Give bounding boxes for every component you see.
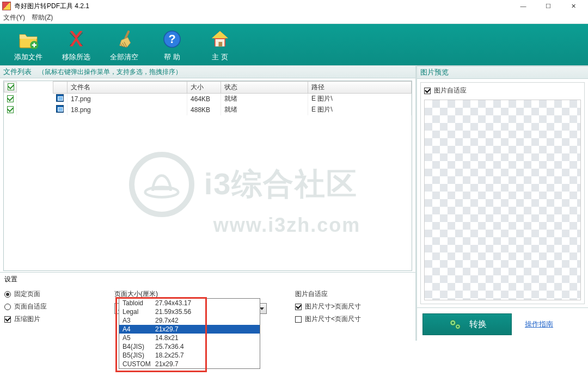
- pagesize-option[interactable]: Legal21.59x35.56: [119, 307, 260, 316]
- filelist-header: 文件列表 （鼠标右键弹出操作菜单，支持多选，拖拽排序）: [0, 65, 415, 78]
- filelist-hint: （鼠标右键弹出操作菜单，支持多选，拖拽排序）: [38, 67, 182, 77]
- broom-icon: [113, 28, 135, 50]
- select-all-checkbox[interactable]: [8, 83, 14, 90]
- cell-name: 18.png: [68, 104, 187, 115]
- convert-button[interactable]: 转换: [422, 313, 512, 335]
- app-icon: [2, 2, 11, 10]
- svg-point-9: [145, 187, 178, 198]
- close-button[interactable]: ✕: [561, 0, 586, 12]
- window-title: 奇好图片转PDF工具 4.2.1: [14, 2, 511, 11]
- cell-size: 488KB: [187, 104, 221, 115]
- add-folder-icon: [17, 28, 39, 50]
- pagesize-option[interactable]: A329.7x42: [119, 316, 260, 325]
- col-status[interactable]: 状态: [221, 82, 308, 94]
- watermark-text: i3综合社区: [204, 164, 358, 205]
- pagesize-option[interactable]: Tabloid27.94x43.17: [119, 299, 260, 307]
- watermark-url: www.i3zh.com: [213, 214, 361, 237]
- toolbar-label: 全部清空: [110, 52, 138, 62]
- preview-canvas: [424, 100, 581, 300]
- svg-rect-8: [219, 42, 223, 46]
- settings-label: 设置: [4, 275, 17, 284]
- col-size[interactable]: 大小: [187, 82, 221, 94]
- checkbox-preview-fit[interactable]: 图片自适应: [424, 86, 581, 95]
- toolbar-label: 主 页: [212, 52, 228, 62]
- menu-file[interactable]: 文件(Y): [3, 13, 25, 22]
- titlebar: 奇好图片转PDF工具 4.2.1 — ☐ ✕: [0, 0, 588, 12]
- help-icon: ?: [161, 28, 183, 50]
- toolbar-label: 移除所选: [62, 52, 90, 62]
- menubar: 文件(Y) 帮助(Z): [0, 12, 588, 24]
- pagesize-option[interactable]: CUSTOM21x29.7: [119, 360, 260, 368]
- convert-label: 转换: [469, 319, 487, 330]
- cell-size: 464KB: [187, 94, 221, 104]
- cell-path: E 图片\: [308, 104, 412, 115]
- remove-x-icon: [65, 28, 87, 50]
- convert-panel: 转换 操作指南: [417, 307, 588, 341]
- file-icon: [56, 94, 64, 102]
- pagesize-option[interactable]: A421x29.7: [119, 325, 260, 334]
- add-files-button[interactable]: 添加文件: [4, 28, 52, 62]
- menu-help[interactable]: 帮助(Z): [32, 13, 53, 22]
- help-button[interactable]: ? 帮 助: [148, 28, 196, 62]
- row-checkbox[interactable]: [7, 95, 14, 102]
- toolbar-label: 帮 助: [164, 52, 180, 62]
- preview-panel: 图片自适应: [420, 82, 585, 304]
- maximize-button[interactable]: ☐: [536, 0, 561, 12]
- gears-icon: [448, 317, 463, 332]
- svg-rect-10: [151, 187, 171, 190]
- col-name[interactable]: 文件名: [68, 82, 187, 94]
- table-row[interactable]: 18.png488KB就绪E 图片\: [4, 104, 412, 115]
- table-row[interactable]: 17.png464KB就绪E 图片\: [4, 94, 412, 104]
- pagesize-option[interactable]: B4(JIS)25.7x36.4: [119, 342, 260, 351]
- table-header-row: 文件名 大小 状态 路径: [4, 82, 412, 94]
- pagesize-label: 页面大小(厘米): [114, 289, 278, 299]
- row-checkbox[interactable]: [7, 106, 14, 113]
- remove-selected-button[interactable]: 移除所选: [52, 28, 100, 62]
- toolbar: 添加文件 移除所选 全部清空 ? 帮 助 主 页: [0, 24, 588, 65]
- file-icon: [56, 105, 64, 113]
- preview-title: 图片预览: [420, 67, 449, 77]
- minimize-button[interactable]: —: [511, 0, 536, 12]
- cell-status: 就绪: [221, 104, 308, 115]
- file-table[interactable]: 文件名 大小 状态 路径 17.png464KB就绪E 图片\18.png488…: [3, 81, 412, 271]
- svg-text:?: ?: [168, 32, 175, 46]
- svg-point-14: [457, 326, 459, 328]
- clear-all-button[interactable]: 全部清空: [100, 28, 148, 62]
- svg-point-12: [452, 322, 454, 324]
- checkbox-img-lt-page[interactable]: 图片尺寸<页面尺寸: [295, 315, 404, 324]
- operation-guide-link[interactable]: 操作指南: [525, 319, 553, 329]
- watermark: i3综合社区 www.i3zh.com: [102, 152, 385, 237]
- col-path[interactable]: 路径: [308, 82, 412, 94]
- cell-name: 17.png: [68, 94, 187, 104]
- checkbox-compress[interactable]: 压缩图片: [4, 315, 97, 324]
- preview-header: 图片预览: [417, 66, 588, 79]
- pagesize-option[interactable]: A514.8x21: [119, 334, 260, 342]
- pagesize-dropdown-list[interactable]: Tabloid27.94x43.17Legal21.59x35.56A329.7…: [119, 298, 260, 369]
- pagesize-option[interactable]: B5(JIS)18.2x25.7: [119, 351, 260, 360]
- auto-fit-label: 图片自适应: [295, 289, 404, 299]
- cell-path: E 图片\: [308, 94, 412, 104]
- checkbox-img-gt-page[interactable]: 图片尺寸>页面尺寸: [295, 302, 404, 311]
- home-button[interactable]: 主 页: [196, 28, 244, 62]
- home-icon: [209, 28, 231, 50]
- filelist-title: 文件列表: [3, 67, 32, 77]
- toolbar-label: 添加文件: [14, 52, 42, 62]
- cell-status: 就绪: [221, 94, 308, 104]
- radio-auto-page[interactable]: 页面自适应: [4, 302, 97, 311]
- watermark-logo-icon: [129, 152, 194, 217]
- radio-fixed-page[interactable]: 固定页面: [4, 289, 97, 299]
